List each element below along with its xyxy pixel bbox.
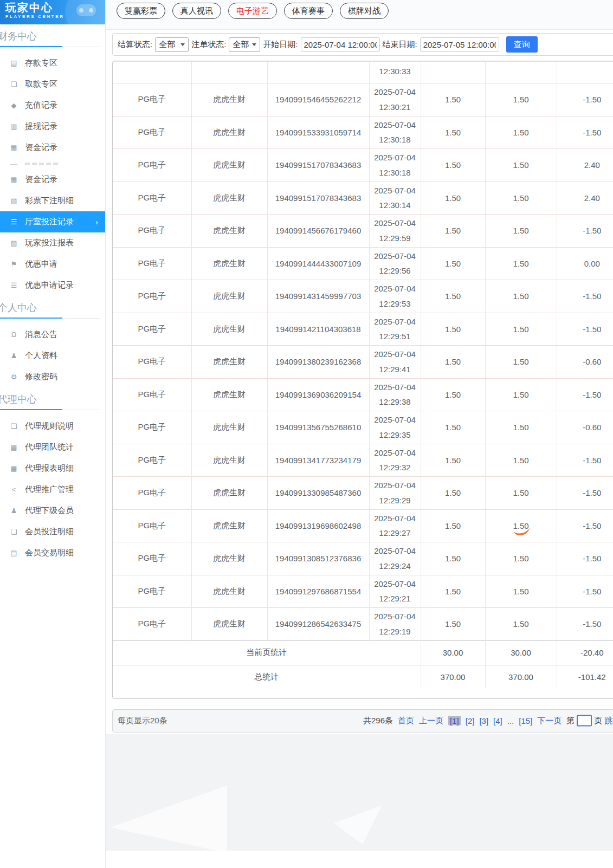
cell-bet: 1.50: [421, 575, 485, 608]
app-logo: 玩家中心 PLAYERS CENTER: [0, 0, 105, 24]
stats-icon: ▦: [9, 443, 18, 451]
chevron-down-icon: [252, 43, 256, 46]
watermark-triangle: [111, 786, 227, 851]
sidebar-item-agent-sub-members[interactable]: ♟代理下级会员: [0, 500, 105, 521]
page-link-first[interactable]: 首页: [398, 716, 414, 726]
cell-empty: [191, 62, 267, 83]
cell-empty: [485, 62, 557, 83]
sidebar-item-lottery-bet-details[interactable]: ▧彩票下注明细: [0, 190, 105, 211]
sidebar-item-hall-bet-records[interactable]: ☰厅室投注记录›: [0, 211, 105, 232]
cell-game: 虎虎生财: [191, 509, 267, 542]
table-row: PG电子虎虎生财19409913802391623682025-07-04 12…: [113, 346, 613, 379]
sidebar-item-change-password[interactable]: ⚙修改密码: [0, 366, 105, 387]
cell-profit: 2.40: [557, 182, 613, 215]
cell-platform: PG电子: [113, 215, 191, 248]
page-link-page-4[interactable]: [4]: [493, 716, 502, 726]
jump-button[interactable]: 跳转: [604, 716, 613, 726]
tab-chess-battle[interactable]: 棋牌对战: [340, 3, 389, 19]
section-divider: [0, 46, 100, 48]
sidebar-item-deposit-zone[interactable]: ▤存款专区: [0, 53, 105, 74]
tab-shuangying-lottery[interactable]: 雙赢彩票: [117, 3, 165, 19]
sidebar-item-agent-report-details[interactable]: ▦代理报表明细: [0, 458, 105, 479]
cell-valid: 1.50: [485, 83, 557, 116]
cell-game: 虎虎生财: [191, 477, 267, 510]
page-link-next[interactable]: 下一页: [537, 716, 562, 726]
chevron-right-icon: ›: [95, 217, 98, 226]
page-current[interactable]: [1]: [448, 716, 461, 726]
cell-bet: 1.50: [421, 247, 485, 280]
page-link-page-15[interactable]: [15]: [519, 716, 532, 726]
cell-game: 虎虎生财: [191, 378, 267, 411]
sidebar-item-recharge-records[interactable]: ◆充值记录: [0, 95, 105, 116]
settle-status-select[interactable]: 全部: [155, 37, 189, 52]
page-jump-input[interactable]: [577, 715, 592, 727]
cell-profit: -1.50: [557, 215, 613, 248]
sidebar-item-profile[interactable]: ♟个人资料: [0, 345, 105, 366]
section-divider: [0, 318, 100, 319]
cell-game: 虎虎生财: [191, 116, 267, 149]
sidebar-item-fund-records-2[interactable]: ▦资金记录: [0, 169, 105, 190]
sidebar-item-label: 存款专区: [25, 58, 57, 68]
cell-order: 1940991517078343683: [267, 182, 369, 215]
tab-live-video[interactable]: 真人视讯: [172, 3, 221, 19]
order-status-select[interactable]: 全部: [229, 37, 260, 52]
gamepad-icon: [76, 4, 96, 16]
sidebar-item-withdraw-records[interactable]: ▥提现记录: [0, 116, 105, 137]
sidebar-item-label: 玩家投注报表: [25, 238, 74, 248]
sidebar-item-agent-promotion[interactable]: <代理推广管理: [0, 479, 105, 500]
cell-time: 2025-07-04 12:29:56: [369, 247, 421, 280]
sidebar-item-withdraw-zone[interactable]: ❏取款专区: [0, 74, 105, 95]
sidebar-item-fund-records[interactable]: ▦资金记录: [0, 137, 105, 158]
cell-bet: 1.50: [421, 182, 485, 215]
sidebar-section-title: 代理中心: [0, 393, 105, 405]
card-icon: ▤: [9, 59, 18, 67]
cell-time: 2025-07-04 12:29:27: [369, 509, 421, 542]
cell-bet: 1.50: [421, 116, 485, 149]
cell-valid: 1.50: [485, 444, 557, 477]
sidebar-item-promo-apply[interactable]: ⚑优惠申请: [0, 254, 105, 275]
cell-order: 1940991533931059714: [267, 116, 369, 149]
cell-order: 1940991517078343683: [267, 149, 369, 182]
cell-bet: 1.50: [421, 149, 485, 182]
end-date-input[interactable]: [420, 37, 499, 52]
total-count-label: 共296条: [363, 716, 393, 726]
tab-sports-events[interactable]: 体育赛事: [284, 3, 333, 19]
cell-platform: PG电子: [113, 83, 191, 116]
note-icon: ❏: [9, 528, 18, 536]
cell-game: 虎虎生财: [191, 575, 267, 608]
cell-platform: PG电子: [113, 247, 191, 280]
query-button[interactable]: 查询: [506, 36, 538, 53]
cell-valid: 1.50: [485, 215, 557, 248]
cell-time: 2025-07-04 12:29:53: [369, 280, 421, 313]
sidebar-item-messages[interactable]: Ω消息公告: [0, 324, 105, 345]
cell-order: 1940991369036209154: [267, 378, 369, 411]
sidebar-item-agent-rules[interactable]: ❏代理规则说明: [0, 416, 105, 437]
main-area: 雙赢彩票真人视讯电子游艺体育赛事棋牌对战 结算状态: 全部 注单状态: 全部 开…: [106, 0, 613, 868]
settle-status-value: 全部: [159, 40, 175, 50]
report-icon: ▨: [9, 239, 18, 247]
cell-profit: -0.60: [557, 346, 613, 379]
cell-valid: 1.50: [485, 509, 557, 542]
page-link-page-3[interactable]: [3]: [479, 716, 488, 726]
cell-valid: 1.50: [485, 575, 557, 608]
cell-empty: [557, 62, 613, 83]
sidebar-item-player-bet-report[interactable]: ▨玩家投注报表: [0, 232, 105, 254]
sidebar-item-promo-apply-records[interactable]: ☰优惠申请记录: [0, 275, 105, 296]
cell-platform: PG电子: [113, 378, 191, 411]
sidebar-item-label: 消息公告: [25, 329, 57, 340]
page-link-prev[interactable]: 上一页: [419, 716, 443, 726]
tab-electronic-games[interactable]: 电子游艺: [228, 3, 277, 19]
sidebar-item-agent-team-stats[interactable]: ▦代理团队统计: [0, 437, 105, 458]
sidebar-section-title: 个人中心: [0, 302, 105, 314]
wallet-icon: ▦: [9, 176, 18, 184]
cell-order: 1940991546455262212: [267, 83, 369, 116]
sidebar-item-member-bet-details[interactable]: ❏会员投注明细: [0, 521, 105, 542]
cell-time: 2025-07-04 12:29:19: [369, 608, 421, 641]
sidebar-item-member-trade-details[interactable]: ▤会员交易明细: [0, 542, 105, 563]
start-date-input[interactable]: [301, 37, 380, 52]
cell-valid: 1.50: [485, 116, 557, 149]
sidebar-item-clipped-item[interactable]: —: [0, 158, 105, 169]
sidebar-item-label: 取款专区: [25, 79, 57, 89]
cell-game: 虎虎生财: [191, 149, 267, 182]
page-link-page-2[interactable]: [2]: [466, 716, 475, 726]
